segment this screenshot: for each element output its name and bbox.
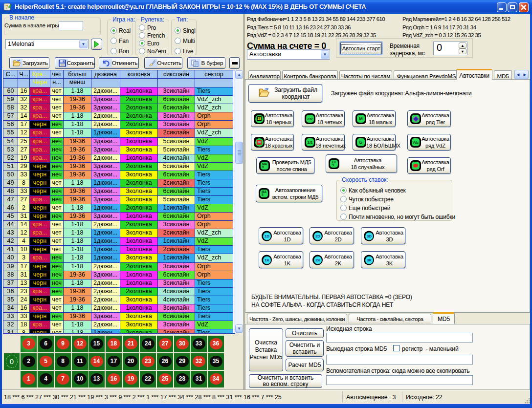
svg-text:7: 7: [5, 3, 8, 10]
